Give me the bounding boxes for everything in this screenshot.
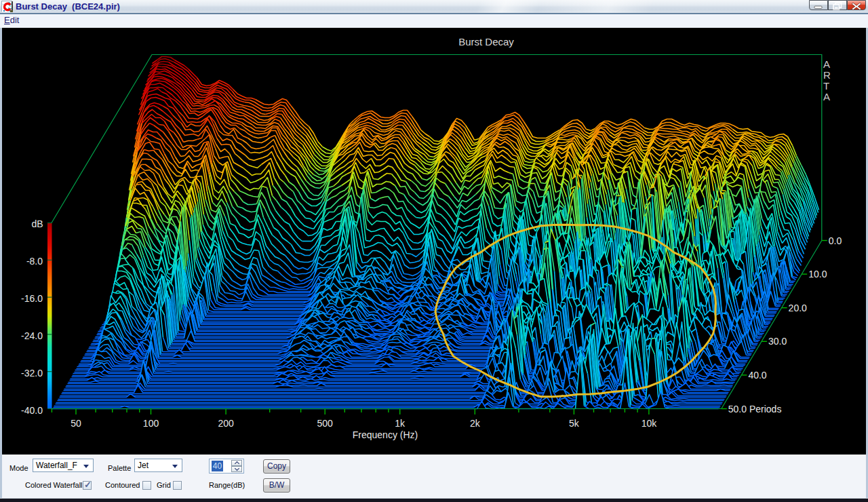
svg-text:-40.0: -40.0 bbox=[21, 405, 43, 416]
svg-text:40.0: 40.0 bbox=[748, 370, 766, 381]
svg-text:500: 500 bbox=[317, 418, 334, 429]
svg-text:-8.0: -8.0 bbox=[26, 256, 43, 267]
svg-text:A: A bbox=[823, 91, 830, 102]
svg-text:2k: 2k bbox=[470, 418, 481, 429]
svg-text:T: T bbox=[823, 80, 829, 92]
svg-text:5k: 5k bbox=[569, 418, 580, 429]
svg-text:Burst Decay: Burst Decay bbox=[458, 36, 514, 47]
svg-text:10k: 10k bbox=[642, 418, 658, 429]
svg-text:100: 100 bbox=[143, 418, 159, 429]
svg-text:200: 200 bbox=[218, 418, 234, 429]
svg-text:R: R bbox=[823, 69, 831, 81]
svg-text:0.0: 0.0 bbox=[829, 235, 842, 246]
svg-text:-24.0: -24.0 bbox=[21, 330, 43, 341]
svg-text:50: 50 bbox=[71, 418, 81, 429]
svg-text:dB: dB bbox=[31, 218, 43, 229]
svg-text:-32.0: -32.0 bbox=[21, 368, 43, 379]
svg-text:10.0: 10.0 bbox=[808, 269, 827, 279]
svg-text:-16.0: -16.0 bbox=[21, 293, 43, 304]
svg-text:1k: 1k bbox=[395, 418, 406, 429]
svg-text:20.0: 20.0 bbox=[789, 303, 807, 313]
svg-text:A: A bbox=[823, 58, 830, 70]
svg-text:50.0 Periods: 50.0 Periods bbox=[728, 404, 782, 414]
svg-text:30.0: 30.0 bbox=[768, 336, 787, 347]
svg-text:Frequency (Hz): Frequency (Hz) bbox=[353, 429, 418, 440]
